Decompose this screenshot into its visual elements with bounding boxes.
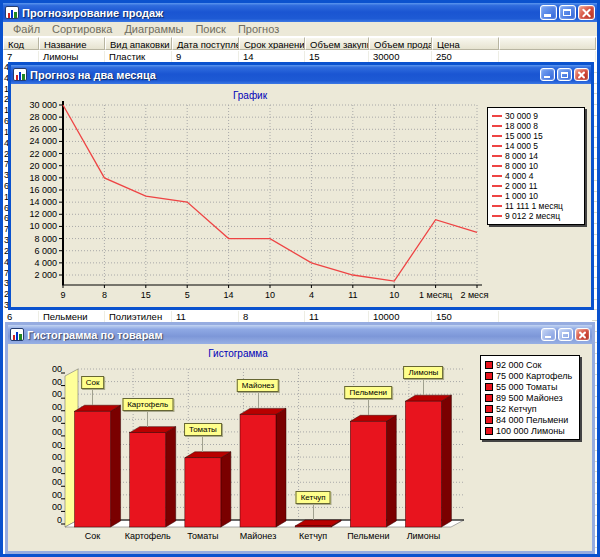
legend-item: 75 000 Картофель [485,370,575,381]
bar-chart-title: Гистограмма [8,348,468,359]
bar-6 [405,395,451,527]
legend-line-marker [492,115,502,117]
bar-3 [240,408,286,527]
legend-item: 9 012 2 месяц [492,211,580,221]
histogram-titlebar[interactable]: Гистограмма по товарам [8,325,592,344]
legend-label: 14 000 5 [505,141,538,151]
legend-item: 8 000 10 [492,161,580,171]
menu-item-3[interactable]: Поиск [189,23,231,35]
legend-label: 8 000 14 [505,151,538,161]
y-tick-label: 20 000 [29,161,57,171]
table-cell: 250 [432,51,499,62]
x-tick-label: Кетчуп [299,531,327,541]
table-cell: 14 [239,51,305,62]
legend-item: 84 000 Пельмени [485,414,575,425]
x-tick-label: 14 [224,290,234,300]
histogram-close-button[interactable] [575,328,590,341]
legend-item: 15 000 15 [492,131,580,141]
column-header[interactable]: Дата поступле... [172,37,239,50]
bar-side-face [276,408,286,527]
close-button[interactable] [578,5,595,20]
x-tick-label: 1 месяц [419,290,452,300]
y-tick-label: 4 000 [34,258,57,268]
minimize-button[interactable] [540,5,557,20]
y-tick-label: 8 000 [34,234,57,244]
application-window: Прогнозирование продаж ФайлСортировкаДиа… [0,0,600,557]
table-cell: 150 [432,311,499,322]
menu-item-4[interactable]: Прогноз [232,23,285,35]
main-window-title: Прогнозирование продаж [19,7,538,19]
x-tick-label: Картофель [125,531,171,541]
legend-label: 55 000 Томаты [496,382,557,392]
x-tick-label: Лимоны [407,531,441,541]
table-cell: 11 [305,311,369,322]
forecast-titlebar[interactable]: Прогноз на два месяца [11,65,591,84]
legend-square-marker [485,405,493,413]
legend-item: 30 000 9 [492,111,580,121]
table-cell: Лимоны [39,51,105,62]
column-header[interactable]: Объем продаж [369,37,432,50]
column-header[interactable]: Код [3,37,39,50]
y-tick-label: 50 000 [52,452,62,462]
y-tick-label: 70 000 [52,427,62,437]
y-tick-label: 10 000 [52,502,62,512]
legend-item: 11 111 1 месяц [492,201,580,211]
menu-item-2[interactable]: Диаграммы [118,23,189,35]
legend-item: 2 000 11 [492,181,580,191]
table-cell [499,311,596,322]
y-tick-label: 60 000 [52,440,62,450]
x-tick-label: 9 [60,290,65,300]
column-header[interactable]: Срок хранения [239,37,305,50]
table-row[interactable]: 7ЛимоныПластик9141530000250 [3,51,597,62]
maximize-button[interactable] [559,5,576,20]
x-tick-label: 5 [185,290,190,300]
x-tick-label: 4 [309,290,314,300]
y-tick-label: 18 000 [29,173,57,183]
menu-item-0[interactable]: Файл [7,23,46,35]
column-header[interactable]: Объем закупки [305,37,369,50]
bar-front-face [350,421,386,527]
forecast-chart-area: График 30 00028 00026 00024 00022 00020 … [11,84,591,307]
legend-line-marker [492,155,502,157]
legend-item: 8 000 14 [492,151,580,161]
y-tick-label: 28 000 [29,112,57,122]
y-tick-label: 30 000 [52,477,62,487]
column-header[interactable]: Вид апаковки [105,37,172,50]
x-tick-label: Томаты [187,531,218,541]
table-cell: 15 [305,51,369,62]
forecast-close-button[interactable] [574,68,589,81]
line-chart-legend: 30 000 918 000 815 000 1514 000 58 000 1… [487,107,585,225]
y-tick-label: 2 000 [34,270,57,280]
legend-label: 89 500 Майонез [496,393,563,403]
table-cell: Пельмени [39,311,105,322]
legend-item: 55 000 Томаты [485,381,575,392]
y-tick-label: 30 000 [29,100,57,110]
x-tick-label: Пельмени [347,531,389,541]
x-tick-label: 10 [265,290,275,300]
y-tick-label: 10 000 [29,221,57,231]
legend-line-marker [492,135,502,137]
main-titlebar[interactable]: Прогнозирование продаж [3,3,597,22]
bar-front-face [185,458,221,527]
forecast-maximize-button[interactable] [557,68,572,81]
y-tick-label: 14 000 [29,197,57,207]
forecast-minimize-button[interactable] [540,68,555,81]
table-cell: 7 [3,51,39,62]
column-header[interactable]: Название [39,37,105,50]
legend-label: 30 000 9 [505,111,538,121]
column-header[interactable]: Цена [432,37,499,50]
legend-square-marker [485,372,493,380]
column-header[interactable] [499,37,596,50]
legend-label: 84 000 Пельмени [496,415,568,425]
legend-square-marker [485,416,493,424]
menu-item-1[interactable]: Сортировка [46,23,118,35]
legend-line-marker [492,195,502,197]
histogram-minimize-button[interactable] [541,328,556,341]
y-tick-label: 110 000 [52,377,62,387]
bar-5 [350,415,396,527]
table-cell [499,51,596,62]
y-tick-label: 12 000 [29,209,57,219]
histogram-maximize-button[interactable] [558,328,573,341]
legend-label: 75 000 Картофель [496,371,572,381]
table-row[interactable]: 6ПельмениПолиэтилен1181110000150 [3,311,597,322]
